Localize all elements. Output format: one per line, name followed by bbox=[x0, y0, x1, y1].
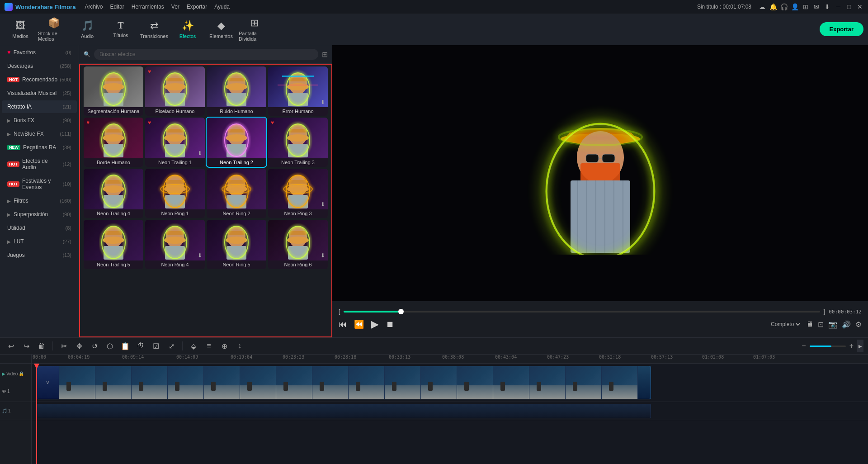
sidebar-item-pegatinas[interactable]: NEW Pegatinas RA (39) bbox=[2, 141, 77, 154]
toolbar-elementos[interactable]: ◆ Elementos bbox=[205, 16, 237, 43]
step-back-button[interactable]: ⏪ bbox=[354, 319, 364, 329]
search-input[interactable] bbox=[94, 49, 318, 60]
download-icon-neon1[interactable]: ⬇ bbox=[198, 150, 202, 156]
download-icon-error[interactable]: ⬇ bbox=[321, 99, 325, 105]
effect-card-pixelado[interactable]: ♥Pixelado Humano bbox=[145, 66, 205, 116]
audio-clip[interactable] bbox=[36, 404, 651, 418]
timer-button[interactable]: ⏱ bbox=[134, 340, 147, 352]
close-button[interactable]: ✕ bbox=[856, 3, 863, 10]
effect-card-neon4[interactable]: Neon Trailing 4 bbox=[84, 169, 143, 218]
checkbox-button[interactable]: ☑ bbox=[150, 340, 162, 352]
align-button[interactable]: ↕ bbox=[233, 340, 246, 352]
zoom-out-icon[interactable]: − bbox=[802, 342, 806, 350]
download-icon[interactable]: ⬇ bbox=[824, 3, 831, 10]
in-point-button[interactable]: [ bbox=[339, 308, 340, 315]
grid-icon[interactable]: ⊞ bbox=[802, 3, 809, 10]
ripple-button[interactable]: ⬙ bbox=[187, 340, 200, 352]
sidebar-item-filtros[interactable]: ▶ Filtros (160) bbox=[2, 194, 77, 207]
menu-exportar[interactable]: Exportar bbox=[187, 4, 207, 10]
toolbar-pantalla[interactable]: ⊞ Pantalla Dividida bbox=[239, 16, 270, 43]
crop-timeline-button[interactable]: ⬡ bbox=[104, 340, 116, 352]
out-point-button[interactable]: ] bbox=[824, 308, 825, 315]
quality-select[interactable]: Completo bbox=[769, 321, 802, 328]
sidebar-item-retrato[interactable]: Retrato IA (21) bbox=[2, 100, 77, 113]
download-icon-extra2[interactable]: ⬇ bbox=[198, 252, 202, 259]
effect-card-extra3[interactable]: Neon Ring 5 bbox=[207, 220, 266, 269]
effect-card-segmentacion[interactable]: Segmentación Humana bbox=[84, 66, 143, 116]
user-icon[interactable]: 👤 bbox=[791, 3, 798, 10]
toolbar-transiciones[interactable]: ⇄ Transiciones bbox=[138, 16, 170, 43]
minimize-button[interactable]: ─ bbox=[835, 3, 842, 10]
copy-button[interactable]: 📋 bbox=[119, 340, 132, 352]
mail-icon[interactable]: ✉ bbox=[813, 3, 820, 10]
toolbar-medios[interactable]: 🖼 Medios bbox=[5, 16, 36, 43]
toolbar-efectos[interactable]: ✨ Efectos bbox=[172, 16, 203, 43]
effect-card-extra1[interactable]: Neon Trailing 5 bbox=[84, 220, 143, 269]
toolbar-titulos[interactable]: T Títulos bbox=[105, 16, 137, 43]
crop-icon[interactable]: ⊡ bbox=[818, 320, 824, 329]
menu-herramientas[interactable]: Herramientas bbox=[132, 4, 164, 10]
toolbar-stock[interactable]: 📦 Stock de Medios bbox=[38, 16, 70, 43]
zoom-in-icon[interactable]: + bbox=[849, 342, 854, 350]
effect-card-extra4[interactable]: ⬇Neon Ring 6 bbox=[268, 220, 328, 269]
cut-button[interactable]: ✂ bbox=[57, 340, 70, 352]
settings-icon[interactable]: ⚙ bbox=[855, 320, 862, 329]
sidebar-item-newblue[interactable]: ▶ NewBlue FX (111) bbox=[2, 128, 77, 140]
redo-button[interactable]: ↪ bbox=[20, 340, 33, 352]
sidebar-item-efectos-audio[interactable]: HOT Efectos de Audio (12) bbox=[2, 155, 77, 174]
download-icon-ring3[interactable]: ⬇ bbox=[321, 201, 325, 208]
expand-button[interactable]: ⤢ bbox=[165, 340, 178, 352]
cloud-icon[interactable]: ☁ bbox=[759, 3, 766, 10]
monitor-icon[interactable]: 🖥 bbox=[806, 320, 813, 329]
effect-card-neon2[interactable]: Neon Trailing 2 bbox=[207, 118, 266, 167]
sidebar-item-visualizador[interactable]: Visualizador Musical (25) bbox=[2, 87, 77, 99]
effect-card-ring1[interactable]: Neon Ring 1 bbox=[145, 169, 205, 218]
volume-icon[interactable]: 🔊 bbox=[842, 320, 851, 329]
rotate-button[interactable]: ↺ bbox=[88, 340, 101, 352]
sidebar-item-juegos[interactable]: Juegos (13) bbox=[2, 249, 77, 261]
effect-card-ring3[interactable]: ⬇Neon Ring 3 bbox=[268, 169, 328, 218]
effect-card-error[interactable]: ⬇Error Humano bbox=[268, 66, 328, 116]
grid-view-icon[interactable]: ⊞ bbox=[322, 50, 328, 59]
play-button[interactable]: ▶ bbox=[371, 318, 379, 330]
sidebar-item-borisfx[interactable]: ▶ Boris FX (90) bbox=[2, 114, 77, 127]
move-button[interactable]: ✥ bbox=[73, 340, 85, 352]
add-button[interactable]: ⊕ bbox=[218, 340, 231, 352]
bell-icon[interactable]: 🔔 bbox=[769, 3, 777, 10]
zoom-slider[interactable] bbox=[810, 346, 846, 347]
camera-icon[interactable]: 📷 bbox=[828, 320, 837, 329]
split-button[interactable]: ≡ bbox=[203, 340, 215, 352]
sidebar-item-festivales[interactable]: HOT Festivales y Eventos (10) bbox=[2, 175, 77, 194]
sidebar-item-lut[interactable]: ▶ LUT (27) bbox=[2, 235, 77, 248]
effect-card-neon3[interactable]: ♥Neon Trailing 3 bbox=[268, 118, 328, 167]
stop-button[interactable]: ⏹ bbox=[386, 320, 394, 329]
effect-card-ruido[interactable]: Ruido Humano bbox=[207, 66, 266, 116]
maximize-button[interactable]: □ bbox=[845, 3, 853, 10]
menu-ver[interactable]: Ver bbox=[171, 4, 179, 10]
window-controls[interactable]: ☁ 🔔 🎧 👤 ⊞ ✉ ⬇ ─ □ ✕ bbox=[759, 3, 863, 10]
sidebar-item-recomendado[interactable]: HOT Recomendado (500) bbox=[2, 73, 77, 86]
effect-card-borde[interactable]: ♥Borde Humano bbox=[84, 118, 143, 167]
headset-icon[interactable]: 🎧 bbox=[780, 3, 788, 10]
track-lock-icon[interactable]: 🔒 bbox=[19, 371, 24, 376]
track-eye-icon[interactable]: 👁 bbox=[2, 389, 6, 394]
sidebar-item-descargas[interactable]: Descargas (258) bbox=[2, 60, 77, 72]
effect-card-ring2[interactable]: Neon Ring 2 bbox=[207, 169, 266, 218]
timeline-content[interactable]: V bbox=[32, 364, 868, 464]
video-clip[interactable]: V bbox=[36, 366, 651, 399]
menu-archivo[interactable]: Archivo bbox=[85, 4, 103, 10]
download-icon-extra4[interactable]: ⬇ bbox=[321, 252, 325, 259]
toolbar-audio[interactable]: 🎵 Audio bbox=[71, 16, 103, 43]
progress-thumb[interactable] bbox=[398, 309, 404, 314]
effect-card-neon1[interactable]: ♥⬇Neon Trailing 1 bbox=[145, 118, 205, 167]
sidebar-item-utilidad[interactable]: Utilidad (8) bbox=[2, 222, 77, 234]
export-button[interactable]: Exportar bbox=[820, 22, 863, 36]
effect-card-extra2[interactable]: ⬇Neon Ring 4 bbox=[145, 220, 205, 269]
menu-editar[interactable]: Editar bbox=[110, 4, 124, 10]
menu-ayuda[interactable]: Ayuda bbox=[214, 4, 230, 10]
panel-toggle-button[interactable]: ▶ bbox=[857, 340, 863, 352]
skip-back-button[interactable]: ⏮ bbox=[339, 320, 347, 329]
sidebar-item-favoritos[interactable]: ♥ Favoritos (0) bbox=[2, 46, 77, 59]
delete-button[interactable]: 🗑 bbox=[35, 340, 48, 352]
sidebar-item-superposicion[interactable]: ▶ Superposición (90) bbox=[2, 208, 77, 221]
